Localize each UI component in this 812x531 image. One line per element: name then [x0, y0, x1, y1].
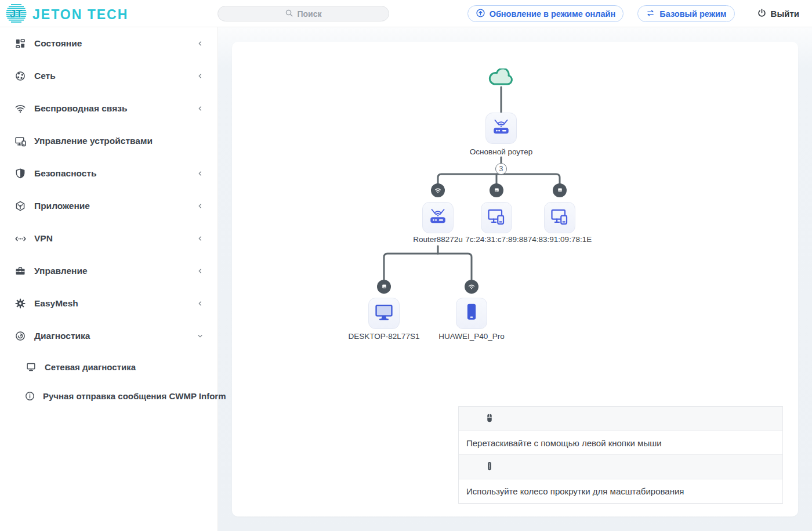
wifi-link-icon: [431, 183, 445, 197]
sidebar-item-diagnostics[interactable]: Диагностика: [0, 320, 217, 352]
topology-canvas[interactable]: Основной роутер 3: [232, 42, 798, 516]
basic-mode-label: Базовый режим: [659, 9, 726, 19]
logout-button[interactable]: Выйти: [757, 8, 799, 20]
gear-icon: [14, 297, 27, 310]
gauge-icon: [14, 330, 27, 342]
sidebar-item-label: Управление: [34, 266, 88, 276]
logo-globe-icon: JT: [5, 2, 28, 27]
sidebar-item-device-management[interactable]: Управление устройствами: [0, 125, 217, 157]
online-update-label: Обновление в режиме онлайн: [490, 9, 616, 19]
router-icon: [491, 117, 512, 140]
sidebar-subitem-label: Сетевая диагностика: [45, 362, 136, 372]
chevron-left-icon: [197, 235, 204, 242]
client-device-node[interactable]: [481, 202, 512, 233]
chevron-left-icon: [197, 300, 204, 307]
chevron-down-icon: [197, 333, 204, 339]
phone-icon: [461, 301, 483, 326]
sidebar-item-security[interactable]: Безопасность: [0, 157, 217, 190]
sidebar-subitem-label: Ручная отправка сообщения CWMP Inform: [43, 391, 226, 401]
sidebar-item-application[interactable]: Приложение: [0, 190, 217, 222]
sidebar-item-network-diagnostics[interactable]: Сетевая диагностика: [0, 352, 217, 381]
sidebar-item-label: Управление устройствами: [34, 136, 153, 146]
monitor-icon: [24, 360, 37, 373]
logout-label: Выйти: [771, 9, 799, 19]
sidebar-item-management[interactable]: Управление: [0, 255, 217, 287]
node-label: HUAWEI_P40_Pro: [422, 332, 521, 341]
monitor-phone-icon: [549, 206, 570, 229]
monitor-phone-icon: [486, 206, 507, 229]
legend-scroll-text: Используйте колесо прокрутки для масштаб…: [459, 479, 782, 503]
chevron-left-icon: [197, 203, 204, 209]
chevron-left-icon: [197, 105, 204, 112]
legend-drag-text: Перетаскивайте с помощью левой кнопки мы…: [459, 431, 782, 455]
main-content: Основной роутер 3: [218, 27, 812, 531]
internet-cloud-icon: [488, 68, 514, 89]
logo: JT JETON TECH: [5, 2, 128, 27]
wifi-link-icon: [465, 280, 478, 294]
legend-icon-row: [459, 407, 782, 431]
sidebar-item-cwmp-inform[interactable]: Ручная отправка сообщения CWMP Inform: [0, 381, 217, 410]
network-icon: [14, 70, 27, 82]
legend-table: Перетаскивайте с помощью левой кнопки мы…: [458, 406, 783, 504]
sidebar-item-label: Диагностика: [34, 331, 90, 341]
phone-node[interactable]: [456, 298, 487, 329]
dashboard-icon: [14, 37, 27, 50]
sidebar-item-label: Беспроводная связь: [34, 103, 127, 114]
children-count-badge[interactable]: 3: [495, 163, 507, 175]
devices-icon: [14, 135, 27, 147]
mouse-icon: [484, 413, 495, 425]
sidebar-item-label: Приложение: [34, 201, 90, 211]
ethernet-link-icon: [553, 183, 567, 197]
power-icon: [757, 8, 767, 20]
node-label: DESKTOP-82L77S1: [335, 332, 433, 341]
sidebar: Состояние Сеть Беспроводная с: [0, 27, 218, 531]
swap-arrows-icon: [646, 8, 655, 20]
chevron-left-icon: [197, 40, 204, 47]
svg-text:JT: JT: [10, 8, 23, 20]
logo-text: JETON TECH: [32, 7, 128, 23]
chevron-left-icon: [197, 170, 204, 177]
sidebar-item-label: Безопасность: [34, 168, 97, 179]
arrow-up-circle-icon: [476, 8, 485, 20]
sidebar-item-label: EasyMesh: [34, 298, 78, 309]
main-router-label: Основной роутер: [443, 147, 559, 156]
vpn-icon: [14, 232, 27, 245]
scroll-wheel-icon: [484, 461, 495, 474]
chevron-left-icon: [197, 268, 204, 274]
shield-icon: [14, 167, 27, 180]
search-input[interactable]: Поиск: [217, 6, 389, 21]
sidebar-item-network[interactable]: Сеть: [0, 60, 217, 92]
sidebar-item-label: Состояние: [34, 38, 82, 49]
topbar: JT JETON TECH Поиск Обновление в режиме …: [0, 0, 812, 27]
search-placeholder: Поиск: [297, 9, 321, 19]
legend-icon-row: [459, 455, 782, 479]
toolbox-icon: [14, 265, 27, 277]
wifi-icon: [14, 102, 27, 115]
sidebar-item-easymesh[interactable]: EasyMesh: [0, 287, 217, 320]
desktop-icon: [373, 301, 395, 326]
sidebar-item-wireless[interactable]: Беспроводная связь: [0, 92, 217, 125]
node-label: 74:83:91:09:78:1E: [513, 235, 606, 244]
sidebar-item-label: Сеть: [34, 71, 56, 81]
topbar-actions: Обновление в режиме онлайн Базовый режим…: [467, 0, 799, 27]
ethernet-link-icon: [490, 183, 503, 197]
basic-mode-button[interactable]: Базовый режим: [637, 5, 734, 22]
desktop-node[interactable]: [368, 298, 400, 329]
search-icon: [285, 9, 293, 19]
client-device-node[interactable]: [544, 202, 575, 233]
sidebar-item-status[interactable]: Состояние: [0, 27, 217, 60]
child-router-node[interactable]: [422, 202, 454, 233]
router-icon: [427, 206, 448, 229]
app-icon: [14, 200, 27, 212]
main-router-node[interactable]: [485, 113, 517, 144]
online-update-button[interactable]: Обновление в режиме онлайн: [467, 5, 624, 22]
chevron-left-icon: [197, 73, 204, 80]
info-icon: [24, 389, 35, 402]
sidebar-item-label: VPN: [34, 233, 53, 244]
sidebar-item-vpn[interactable]: VPN: [0, 222, 217, 255]
ethernet-link-icon: [377, 280, 391, 294]
